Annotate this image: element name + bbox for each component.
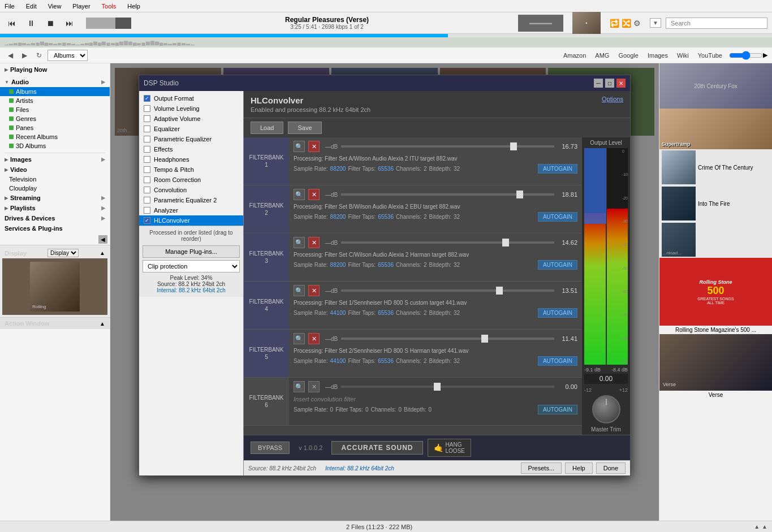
- youtube-link[interactable]: YouTube: [696, 51, 724, 60]
- presets-button[interactable]: Presets...: [521, 462, 562, 474]
- fb4-sample-rate[interactable]: 44100: [330, 310, 346, 316]
- options-button[interactable]: Options: [602, 96, 623, 102]
- manage-plugins-button[interactable]: Manage Plug-ins...: [143, 245, 240, 258]
- right-album-nload-img[interactable]: ...nload...: [662, 223, 696, 257]
- sidebar-playing-now[interactable]: ▶ Playing Now: [0, 64, 110, 75]
- display-expand[interactable]: ▲: [100, 250, 105, 256]
- fb1-sample-rate[interactable]: 88200: [330, 166, 346, 172]
- fb4-slider[interactable]: [341, 289, 554, 292]
- audio-more[interactable]: ▶: [101, 79, 105, 85]
- fb4-search-button[interactable]: 🔍: [294, 285, 305, 296]
- right-album-verse-row[interactable]: Verse Verse: [659, 334, 772, 399]
- dsp-item-adaptive-volume[interactable]: Adaptive Volume: [139, 114, 243, 124]
- right-album-1[interactable]: 20th Century Fox: [659, 63, 772, 109]
- dsp-item-tempo-pitch[interactable]: Tempo & Pitch: [139, 165, 243, 175]
- back-button[interactable]: ◀: [5, 50, 16, 60]
- done-button[interactable]: Done: [596, 462, 626, 474]
- fb4-autogain-button[interactable]: AUTOGAIN: [538, 308, 577, 318]
- right-album-rolling-row[interactable]: Rolling Stone 500 GREATEST SONGS ALL TIM…: [659, 258, 772, 334]
- sidebar-audio-header[interactable]: ▼ Audio ▶: [0, 77, 110, 87]
- analyzer-checkbox[interactable]: [144, 207, 150, 214]
- fb2-slider[interactable]: [341, 193, 554, 196]
- sidebar-item-3d-albums[interactable]: 3D Albums: [0, 141, 110, 150]
- parametric-eq2-checkbox[interactable]: [144, 197, 150, 204]
- menu-view[interactable]: View: [46, 2, 64, 11]
- refresh-button[interactable]: ↻: [33, 50, 45, 60]
- sidebar-item-recent-albums[interactable]: Recent Albums: [0, 132, 110, 141]
- tempo-pitch-checkbox[interactable]: [144, 166, 150, 173]
- sidebar-item-genres[interactable]: Genres: [0, 114, 110, 123]
- dsp-item-parametric-eq2[interactable]: Parametric Equalizer 2: [139, 195, 243, 205]
- sidebar-streaming-header[interactable]: ▶ Streaming ▶: [0, 193, 110, 203]
- fb4-remove-button[interactable]: ✕: [308, 285, 320, 296]
- sidebar-item-cloudplay[interactable]: Cloudplay: [0, 184, 110, 193]
- images-link[interactable]: Images: [645, 51, 670, 60]
- shuffle-button[interactable]: 🔀: [622, 19, 631, 28]
- fb3-filter-taps[interactable]: 65536: [378, 262, 394, 268]
- display-dropdown[interactable]: Display: [48, 249, 79, 257]
- progress-area[interactable]: ▁▂▃▄▃▂▃▄▅▄▃▂▃▄▃▂▁▂▃▄▅▄▅▄▃▄▅▆▅▄▃▄▅▆▅▄▃▂▃▄…: [0, 34, 772, 47]
- fb5-sample-rate[interactable]: 44100: [330, 358, 346, 364]
- dsp-item-convolution[interactable]: Convolution: [139, 185, 243, 195]
- dsp-item-headphones[interactable]: Headphones: [139, 154, 243, 165]
- action-window-expand[interactable]: ▲: [100, 321, 105, 327]
- amazon-link[interactable]: Amazon: [561, 51, 588, 60]
- nav-expand-button[interactable]: ▶: [763, 51, 767, 59]
- fb3-remove-button[interactable]: ✕: [308, 237, 320, 248]
- play-pause-button[interactable]: ⏸: [24, 18, 38, 29]
- save-button[interactable]: Save: [288, 122, 321, 134]
- fb3-sample-rate[interactable]: 88200: [330, 262, 346, 268]
- google-link[interactable]: Google: [616, 51, 640, 60]
- fb3-autogain-button[interactable]: AUTOGAIN: [538, 260, 577, 270]
- hangloose-button[interactable]: 🤙 HANGLOOSE: [428, 439, 471, 457]
- playlists-more[interactable]: ▶: [101, 205, 105, 211]
- effects-checkbox[interactable]: [144, 146, 150, 153]
- fb5-remove-button[interactable]: ✕: [308, 333, 320, 344]
- fb1-filter-taps[interactable]: 65536: [378, 166, 394, 172]
- volume-leveling-checkbox[interactable]: [144, 105, 150, 112]
- prev-track-button[interactable]: ⏮: [5, 18, 19, 29]
- scroll-up-button[interactable]: ▲: [754, 524, 760, 530]
- fb2-search-button[interactable]: 🔍: [294, 189, 305, 200]
- sidebar-item-albums[interactable]: Albums: [0, 87, 110, 96]
- sidebar-item-files[interactable]: Files: [0, 105, 110, 114]
- menu-player[interactable]: Player: [70, 2, 92, 11]
- zoom-slider[interactable]: [729, 51, 763, 60]
- search-dropdown[interactable]: ▼: [650, 18, 661, 28]
- right-album-fire-title[interactable]: Into The Fire: [698, 201, 730, 207]
- streaming-more[interactable]: ▶: [101, 195, 105, 201]
- view-dropdown[interactable]: Albums: [48, 50, 88, 61]
- search-input[interactable]: [666, 18, 767, 29]
- convolution-checkbox[interactable]: [144, 187, 150, 193]
- right-album-crime-title[interactable]: Crime Of The Century: [698, 165, 753, 171]
- adaptive-volume-checkbox[interactable]: [144, 115, 150, 122]
- fb5-autogain-button[interactable]: AUTOGAIN: [538, 356, 577, 366]
- master-trim-knob[interactable]: [592, 395, 620, 423]
- drives-more[interactable]: ▶: [101, 215, 105, 221]
- fb6-search-button[interactable]: 🔍: [294, 381, 305, 392]
- filterbank-3-label[interactable]: FILTERBANK3: [244, 233, 289, 281]
- fb2-remove-button[interactable]: ✕: [308, 189, 320, 200]
- sidebar-item-television[interactable]: Television: [0, 175, 110, 184]
- hlconvolver-checkbox[interactable]: ✓: [144, 217, 150, 224]
- next-track-button[interactable]: ⏭: [62, 18, 77, 29]
- fb1-search-button[interactable]: 🔍: [294, 141, 305, 152]
- parametric-eq-checkbox[interactable]: [144, 136, 150, 142]
- fb6-remove-button[interactable]: ✕: [308, 381, 320, 392]
- right-album-crime-img[interactable]: [662, 150, 696, 184]
- stop-button[interactable]: ⏹: [43, 18, 58, 29]
- menu-file[interactable]: File: [2, 2, 17, 11]
- right-album-fire-img[interactable]: [662, 187, 696, 220]
- clip-protection-dropdown[interactable]: Clip protection: [143, 260, 240, 273]
- settings-button[interactable]: ⚙: [633, 19, 641, 28]
- right-album-verse-title[interactable]: Verse: [659, 391, 772, 399]
- output-format-checkbox[interactable]: ✓: [144, 95, 150, 102]
- forward-button[interactable]: ▶: [19, 50, 31, 60]
- scroll-down-button[interactable]: ▲: [762, 524, 767, 530]
- dsp-item-analyzer[interactable]: Analyzer: [139, 205, 243, 215]
- sidebar-playlists-header[interactable]: ▶ Playlists ▶: [0, 203, 110, 213]
- sidebar-drives-header[interactable]: Drives & Devices ▶: [0, 213, 110, 223]
- help-button[interactable]: Help: [565, 462, 593, 474]
- dsp-minimize-button[interactable]: ─: [594, 79, 603, 88]
- load-button[interactable]: Load: [251, 122, 283, 134]
